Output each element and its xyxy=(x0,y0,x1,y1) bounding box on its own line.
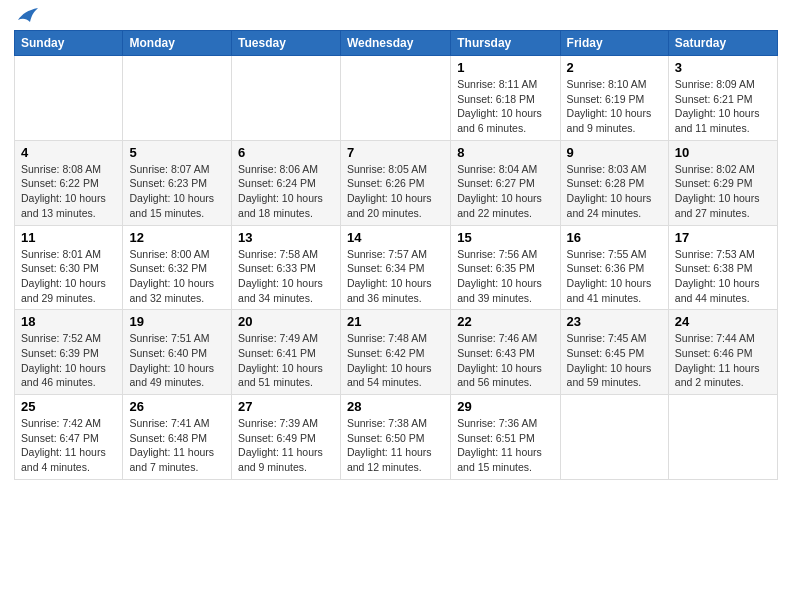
day-info: Sunrise: 8:06 AMSunset: 6:24 PMDaylight:… xyxy=(238,162,334,221)
calendar-cell: 15Sunrise: 7:56 AMSunset: 6:35 PMDayligh… xyxy=(451,225,560,310)
day-info: Sunrise: 8:01 AMSunset: 6:30 PMDaylight:… xyxy=(21,247,116,306)
day-number: 2 xyxy=(567,60,662,75)
calendar-cell xyxy=(668,395,777,480)
calendar-header-row: SundayMondayTuesdayWednesdayThursdayFrid… xyxy=(15,31,778,56)
calendar-cell: 17Sunrise: 7:53 AMSunset: 6:38 PMDayligh… xyxy=(668,225,777,310)
day-number: 25 xyxy=(21,399,116,414)
calendar-cell: 8Sunrise: 8:04 AMSunset: 6:27 PMDaylight… xyxy=(451,140,560,225)
calendar-row: 11Sunrise: 8:01 AMSunset: 6:30 PMDayligh… xyxy=(15,225,778,310)
calendar-row: 4Sunrise: 8:08 AMSunset: 6:22 PMDaylight… xyxy=(15,140,778,225)
day-number: 17 xyxy=(675,230,771,245)
day-number: 10 xyxy=(675,145,771,160)
day-info: Sunrise: 7:53 AMSunset: 6:38 PMDaylight:… xyxy=(675,247,771,306)
day-number: 27 xyxy=(238,399,334,414)
day-number: 20 xyxy=(238,314,334,329)
calendar-cell: 18Sunrise: 7:52 AMSunset: 6:39 PMDayligh… xyxy=(15,310,123,395)
day-number: 7 xyxy=(347,145,444,160)
calendar-cell: 11Sunrise: 8:01 AMSunset: 6:30 PMDayligh… xyxy=(15,225,123,310)
day-info: Sunrise: 8:04 AMSunset: 6:27 PMDaylight:… xyxy=(457,162,553,221)
calendar-cell xyxy=(232,56,341,141)
calendar-cell: 6Sunrise: 8:06 AMSunset: 6:24 PMDaylight… xyxy=(232,140,341,225)
calendar-row: 25Sunrise: 7:42 AMSunset: 6:47 PMDayligh… xyxy=(15,395,778,480)
calendar-cell: 9Sunrise: 8:03 AMSunset: 6:28 PMDaylight… xyxy=(560,140,668,225)
day-number: 26 xyxy=(129,399,225,414)
calendar-cell xyxy=(340,56,450,141)
day-number: 1 xyxy=(457,60,553,75)
day-info: Sunrise: 7:48 AMSunset: 6:42 PMDaylight:… xyxy=(347,331,444,390)
col-header-saturday: Saturday xyxy=(668,31,777,56)
day-info: Sunrise: 8:10 AMSunset: 6:19 PMDaylight:… xyxy=(567,77,662,136)
day-number: 24 xyxy=(675,314,771,329)
day-number: 4 xyxy=(21,145,116,160)
calendar-cell: 26Sunrise: 7:41 AMSunset: 6:48 PMDayligh… xyxy=(123,395,232,480)
day-info: Sunrise: 7:58 AMSunset: 6:33 PMDaylight:… xyxy=(238,247,334,306)
day-number: 13 xyxy=(238,230,334,245)
day-info: Sunrise: 8:05 AMSunset: 6:26 PMDaylight:… xyxy=(347,162,444,221)
calendar-cell: 28Sunrise: 7:38 AMSunset: 6:50 PMDayligh… xyxy=(340,395,450,480)
calendar-cell: 1Sunrise: 8:11 AMSunset: 6:18 PMDaylight… xyxy=(451,56,560,141)
day-info: Sunrise: 7:46 AMSunset: 6:43 PMDaylight:… xyxy=(457,331,553,390)
day-info: Sunrise: 7:51 AMSunset: 6:40 PMDaylight:… xyxy=(129,331,225,390)
day-info: Sunrise: 7:39 AMSunset: 6:49 PMDaylight:… xyxy=(238,416,334,475)
day-number: 5 xyxy=(129,145,225,160)
day-info: Sunrise: 7:55 AMSunset: 6:36 PMDaylight:… xyxy=(567,247,662,306)
calendar-cell: 29Sunrise: 7:36 AMSunset: 6:51 PMDayligh… xyxy=(451,395,560,480)
day-info: Sunrise: 8:08 AMSunset: 6:22 PMDaylight:… xyxy=(21,162,116,221)
day-number: 3 xyxy=(675,60,771,75)
day-info: Sunrise: 7:41 AMSunset: 6:48 PMDaylight:… xyxy=(129,416,225,475)
day-number: 15 xyxy=(457,230,553,245)
day-info: Sunrise: 8:03 AMSunset: 6:28 PMDaylight:… xyxy=(567,162,662,221)
col-header-friday: Friday xyxy=(560,31,668,56)
calendar-cell: 4Sunrise: 8:08 AMSunset: 6:22 PMDaylight… xyxy=(15,140,123,225)
day-number: 16 xyxy=(567,230,662,245)
col-header-monday: Monday xyxy=(123,31,232,56)
calendar-cell: 7Sunrise: 8:05 AMSunset: 6:26 PMDaylight… xyxy=(340,140,450,225)
day-info: Sunrise: 7:56 AMSunset: 6:35 PMDaylight:… xyxy=(457,247,553,306)
calendar-cell xyxy=(560,395,668,480)
col-header-sunday: Sunday xyxy=(15,31,123,56)
calendar-table: SundayMondayTuesdayWednesdayThursdayFrid… xyxy=(14,30,778,480)
calendar-cell: 21Sunrise: 7:48 AMSunset: 6:42 PMDayligh… xyxy=(340,310,450,395)
day-info: Sunrise: 7:36 AMSunset: 6:51 PMDaylight:… xyxy=(457,416,553,475)
calendar-cell: 14Sunrise: 7:57 AMSunset: 6:34 PMDayligh… xyxy=(340,225,450,310)
day-number: 29 xyxy=(457,399,553,414)
calendar-cell xyxy=(123,56,232,141)
day-number: 23 xyxy=(567,314,662,329)
col-header-tuesday: Tuesday xyxy=(232,31,341,56)
day-info: Sunrise: 7:45 AMSunset: 6:45 PMDaylight:… xyxy=(567,331,662,390)
logo-bird-icon xyxy=(16,4,40,24)
day-info: Sunrise: 7:52 AMSunset: 6:39 PMDaylight:… xyxy=(21,331,116,390)
calendar-cell xyxy=(15,56,123,141)
calendar-cell: 20Sunrise: 7:49 AMSunset: 6:41 PMDayligh… xyxy=(232,310,341,395)
day-info: Sunrise: 8:07 AMSunset: 6:23 PMDaylight:… xyxy=(129,162,225,221)
day-number: 12 xyxy=(129,230,225,245)
day-number: 11 xyxy=(21,230,116,245)
calendar-cell: 13Sunrise: 7:58 AMSunset: 6:33 PMDayligh… xyxy=(232,225,341,310)
day-number: 8 xyxy=(457,145,553,160)
day-info: Sunrise: 7:57 AMSunset: 6:34 PMDaylight:… xyxy=(347,247,444,306)
day-number: 9 xyxy=(567,145,662,160)
col-header-thursday: Thursday xyxy=(451,31,560,56)
day-number: 14 xyxy=(347,230,444,245)
day-info: Sunrise: 7:49 AMSunset: 6:41 PMDaylight:… xyxy=(238,331,334,390)
calendar-cell: 16Sunrise: 7:55 AMSunset: 6:36 PMDayligh… xyxy=(560,225,668,310)
day-number: 19 xyxy=(129,314,225,329)
header xyxy=(14,10,778,24)
day-info: Sunrise: 8:09 AMSunset: 6:21 PMDaylight:… xyxy=(675,77,771,136)
calendar-cell: 19Sunrise: 7:51 AMSunset: 6:40 PMDayligh… xyxy=(123,310,232,395)
calendar-row: 1Sunrise: 8:11 AMSunset: 6:18 PMDaylight… xyxy=(15,56,778,141)
day-info: Sunrise: 7:44 AMSunset: 6:46 PMDaylight:… xyxy=(675,331,771,390)
col-header-wednesday: Wednesday xyxy=(340,31,450,56)
calendar-cell: 24Sunrise: 7:44 AMSunset: 6:46 PMDayligh… xyxy=(668,310,777,395)
day-info: Sunrise: 8:00 AMSunset: 6:32 PMDaylight:… xyxy=(129,247,225,306)
logo xyxy=(14,14,40,24)
calendar-cell: 2Sunrise: 8:10 AMSunset: 6:19 PMDaylight… xyxy=(560,56,668,141)
calendar-cell: 12Sunrise: 8:00 AMSunset: 6:32 PMDayligh… xyxy=(123,225,232,310)
calendar-cell: 27Sunrise: 7:39 AMSunset: 6:49 PMDayligh… xyxy=(232,395,341,480)
calendar-cell: 10Sunrise: 8:02 AMSunset: 6:29 PMDayligh… xyxy=(668,140,777,225)
calendar-cell: 23Sunrise: 7:45 AMSunset: 6:45 PMDayligh… xyxy=(560,310,668,395)
calendar-cell: 25Sunrise: 7:42 AMSunset: 6:47 PMDayligh… xyxy=(15,395,123,480)
calendar-row: 18Sunrise: 7:52 AMSunset: 6:39 PMDayligh… xyxy=(15,310,778,395)
day-number: 18 xyxy=(21,314,116,329)
page: SundayMondayTuesdayWednesdayThursdayFrid… xyxy=(0,0,792,612)
